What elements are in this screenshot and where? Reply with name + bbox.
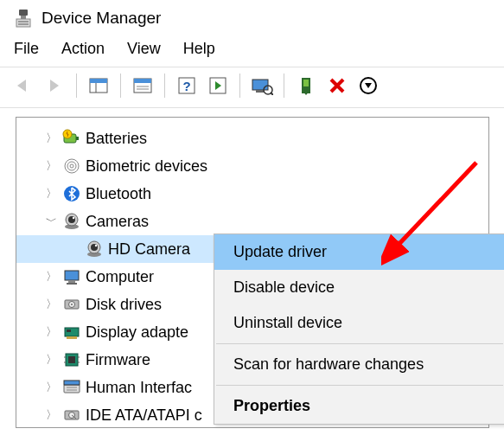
svg-rect-20 bbox=[303, 80, 309, 86]
chevron-right-icon[interactable]: 〉 bbox=[42, 407, 60, 423]
svg-point-29 bbox=[70, 164, 73, 168]
svg-rect-2 bbox=[16, 19, 30, 27]
menu-view[interactable]: View bbox=[127, 40, 161, 58]
tree-node-cameras[interactable]: ﹀ Cameras bbox=[16, 208, 488, 235]
tree-label: IDE ATA/ATAPI c bbox=[84, 406, 202, 425]
svg-rect-46 bbox=[67, 329, 71, 332]
svg-rect-1 bbox=[21, 16, 26, 19]
ide-icon bbox=[60, 406, 84, 425]
menu-help[interactable]: Help bbox=[183, 40, 215, 58]
ctx-separator bbox=[216, 385, 503, 386]
svg-rect-15 bbox=[252, 80, 268, 90]
properties-button[interactable] bbox=[128, 73, 157, 99]
svg-rect-41 bbox=[67, 283, 77, 285]
toolbar-separator bbox=[284, 74, 284, 98]
disable-button[interactable] bbox=[354, 73, 383, 99]
svg-rect-54 bbox=[64, 385, 80, 393]
chevron-right-icon[interactable]: 〉 bbox=[42, 269, 60, 285]
tree-label: Biometric devices bbox=[84, 157, 207, 176]
show-hide-tree-button[interactable] bbox=[84, 73, 113, 99]
svg-rect-3 bbox=[18, 21, 29, 22]
fingerprint-icon bbox=[60, 157, 84, 176]
tree-label: Human Interfac bbox=[84, 379, 192, 397]
toolbar-separator bbox=[120, 74, 121, 98]
svg-rect-9 bbox=[134, 79, 151, 83]
chevron-down-icon[interactable]: ﹀ bbox=[42, 214, 60, 229]
help-button[interactable]: ? bbox=[172, 73, 201, 99]
menu-file[interactable]: File bbox=[14, 40, 39, 58]
bluetooth-icon bbox=[60, 184, 84, 203]
svg-point-27 bbox=[65, 159, 79, 173]
tree-label: Display adapte bbox=[84, 323, 188, 342]
svg-rect-55 bbox=[64, 381, 80, 385]
device-manager-icon bbox=[14, 9, 33, 28]
camera-icon bbox=[82, 240, 106, 259]
svg-rect-40 bbox=[68, 280, 75, 283]
computer-icon bbox=[60, 267, 84, 286]
tree-label: Cameras bbox=[84, 213, 149, 231]
chevron-right-icon[interactable]: 〉 bbox=[42, 186, 60, 202]
back-button[interactable] bbox=[9, 73, 38, 99]
action-button[interactable] bbox=[203, 73, 233, 99]
tree-label: Bluetooth bbox=[84, 185, 151, 203]
display-adapter-icon bbox=[60, 323, 84, 342]
ctx-update-driver[interactable]: Update driver bbox=[214, 234, 504, 270]
ctx-properties[interactable]: Properties bbox=[214, 388, 504, 424]
tree-label: Batteries bbox=[84, 130, 147, 148]
tree-node-bluetooth[interactable]: 〉 Bluetooth bbox=[16, 180, 488, 208]
chevron-right-icon[interactable]: 〉 bbox=[42, 352, 60, 368]
toolbar-separator bbox=[164, 74, 165, 98]
toolbar-separator bbox=[239, 74, 240, 98]
menubar: File Action View Help bbox=[0, 35, 504, 67]
update-driver-button[interactable] bbox=[291, 73, 321, 99]
menu-action[interactable]: Action bbox=[61, 40, 105, 58]
ctx-scan-hardware[interactable]: Scan for hardware changes bbox=[214, 347, 504, 382]
svg-rect-6 bbox=[90, 79, 107, 83]
svg-text:?: ? bbox=[182, 79, 190, 93]
uninstall-button[interactable] bbox=[322, 73, 352, 99]
disk-icon bbox=[60, 295, 84, 314]
hid-icon bbox=[60, 378, 84, 397]
svg-rect-49 bbox=[68, 356, 75, 363]
scan-hardware-button[interactable] bbox=[247, 73, 277, 99]
tree-label: Computer bbox=[84, 268, 154, 286]
toolbar: ? bbox=[0, 67, 504, 108]
svg-point-34 bbox=[73, 217, 74, 219]
ctx-uninstall-device[interactable]: Uninstall device bbox=[214, 305, 504, 341]
svg-line-18 bbox=[271, 93, 273, 95]
titlebar: Device Manager bbox=[0, 0, 504, 35]
svg-point-28 bbox=[67, 162, 76, 170]
device-tree-panel: 〉 Batteries 〉 Biometric devices 〉 Blueto… bbox=[16, 117, 489, 428]
chevron-right-icon[interactable]: 〉 bbox=[42, 297, 60, 312]
svg-point-38 bbox=[95, 245, 97, 246]
chevron-right-icon[interactable]: 〉 bbox=[42, 131, 60, 146]
tree-node-batteries[interactable]: 〉 Batteries bbox=[16, 125, 488, 152]
context-menu: Update driver Disable device Uninstall d… bbox=[214, 233, 504, 425]
window-title: Device Manager bbox=[41, 9, 161, 28]
chevron-right-icon[interactable]: 〉 bbox=[42, 158, 60, 174]
ctx-disable-device[interactable]: Disable device bbox=[214, 270, 504, 305]
tree-label: Firmware bbox=[84, 351, 150, 369]
tree-label: HD Camera bbox=[106, 240, 190, 259]
svg-rect-47 bbox=[67, 336, 77, 339]
toolbar-separator bbox=[76, 74, 77, 98]
svg-rect-25 bbox=[76, 137, 79, 140]
tree-node-biometric[interactable]: 〉 Biometric devices bbox=[16, 152, 488, 180]
svg-rect-0 bbox=[19, 10, 28, 16]
forward-button[interactable] bbox=[40, 73, 69, 99]
ctx-separator bbox=[216, 343, 503, 344]
svg-rect-39 bbox=[65, 271, 79, 280]
chevron-right-icon[interactable]: 〉 bbox=[42, 380, 60, 395]
camera-icon bbox=[60, 212, 84, 231]
tree-label: Disk drives bbox=[84, 296, 162, 314]
svg-point-44 bbox=[71, 304, 73, 305]
firmware-icon bbox=[60, 350, 84, 369]
battery-icon bbox=[60, 129, 84, 148]
svg-rect-4 bbox=[18, 23, 29, 25]
chevron-right-icon[interactable]: 〉 bbox=[42, 324, 60, 340]
